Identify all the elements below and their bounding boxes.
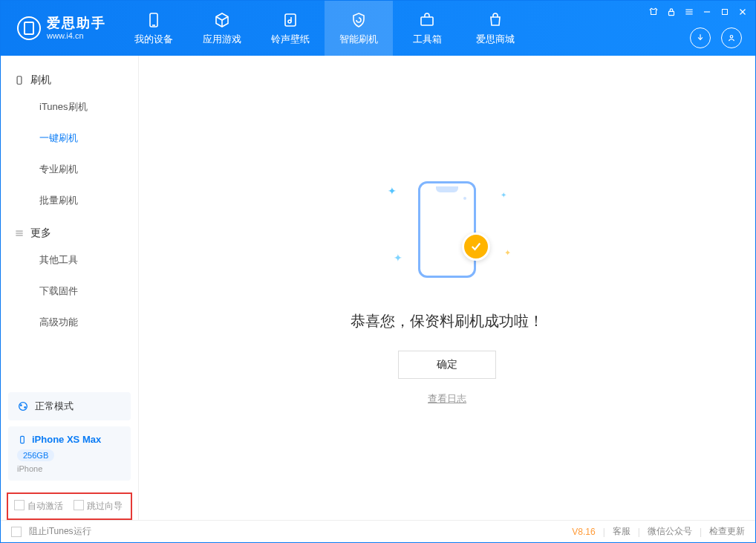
logo: 爱思助手 www.i4.cn — [1, 16, 120, 40]
svg-rect-14 — [17, 77, 22, 85]
sparkle-icon: ✦ — [394, 252, 403, 264]
svg-rect-10 — [723, 10, 728, 15]
svg-point-18 — [19, 403, 27, 411]
checkbox-auto-activate[interactable]: 自动激活 — [14, 500, 63, 513]
sidebar-item-advanced[interactable]: 高级功能 — [1, 307, 138, 338]
phone-icon — [14, 75, 25, 85]
device-info-area: 正常模式 iPhone XS Max 256GB iPhone — [1, 392, 138, 488]
svg-point-13 — [730, 36, 733, 39]
sidebar-item-oneclick-flash[interactable]: 一键刷机 — [1, 123, 138, 154]
tab-apps-games[interactable]: 应用游戏 — [188, 1, 256, 56]
tab-my-device[interactable]: 我的设备 — [120, 1, 188, 56]
block-itunes-label: 阻止iTunes运行 — [29, 525, 91, 538]
storage-badge: 256GB — [17, 449, 54, 461]
profile-button[interactable] — [721, 27, 742, 48]
svg-point-3 — [288, 20, 291, 23]
success-illustration: ✦ ✦ ✦ ✦ — [365, 170, 529, 289]
tab-toolbox[interactable]: 工具箱 — [393, 1, 461, 56]
maximize-button[interactable] — [720, 7, 730, 17]
app-subtitle: www.i4.cn — [47, 31, 106, 40]
sidebar: 刷机 iTunes刷机 一键刷机 专业刷机 批量刷机 更多 其他工具 下载固件 … — [1, 56, 139, 520]
menu-icon[interactable] — [684, 7, 694, 17]
sidebar-item-other-tools[interactable]: 其他工具 — [1, 244, 138, 276]
main-content: ✦ ✦ ✦ ✦ 恭喜您，保资料刷机成功啦！ 确定 查看日志 — [139, 56, 755, 520]
tab-label: 爱思商城 — [476, 33, 515, 46]
tab-label: 应用游戏 — [203, 33, 241, 46]
sidebar-group-flash: 刷机 — [1, 63, 138, 91]
device-icon — [144, 10, 163, 30]
group-label: 刷机 — [30, 74, 51, 87]
phone-outline-icon — [418, 181, 476, 278]
svg-rect-21 — [21, 436, 25, 443]
app-logo-icon — [17, 16, 41, 40]
sparkle-icon: ✦ — [501, 191, 506, 199]
sidebar-item-pro-flash[interactable]: 专业刷机 — [1, 154, 138, 185]
svg-rect-5 — [669, 11, 674, 15]
sidebar-item-itunes-flash[interactable]: iTunes刷机 — [1, 91, 138, 123]
tab-label: 工具箱 — [413, 33, 442, 46]
app-title: 爱思助手 — [47, 16, 106, 31]
lock-icon[interactable] — [666, 7, 677, 17]
close-button[interactable] — [737, 7, 748, 17]
tab-label: 铃声壁纸 — [271, 33, 310, 46]
music-icon — [281, 10, 300, 30]
sidebar-group-more: 更多 — [1, 216, 138, 244]
cube-icon — [212, 10, 232, 30]
svg-point-19 — [20, 404, 22, 406]
footer: 阻止iTunes运行 V8.16 | 客服 | 微信公众号 | 检查更新 — [1, 520, 755, 542]
view-log-link[interactable]: 查看日志 — [428, 392, 466, 406]
checkbox-skip-guide[interactable]: 跳过向导 — [74, 500, 123, 513]
version-label: V8.16 — [572, 527, 595, 537]
device-name: iPhone XS Max — [32, 434, 101, 445]
list-icon — [14, 228, 25, 238]
tab-ringtone-wallpaper[interactable]: 铃声壁纸 — [256, 1, 325, 56]
svg-point-20 — [24, 406, 26, 409]
success-check-icon — [462, 233, 490, 261]
checkbox-block-itunes[interactable] — [11, 527, 22, 537]
tab-label: 我的设备 — [134, 33, 173, 46]
header-right-buttons — [690, 27, 742, 48]
device-box[interactable]: iPhone XS Max 256GB iPhone — [8, 426, 131, 481]
phone-small-icon — [17, 435, 27, 445]
mode-icon — [17, 400, 29, 412]
mode-label: 正常模式 — [35, 400, 74, 413]
shield-refresh-icon — [349, 10, 368, 30]
group-label: 更多 — [30, 227, 51, 240]
download-button[interactable] — [690, 27, 711, 48]
device-type: iPhone — [17, 464, 122, 473]
header: 爱思助手 www.i4.cn 我的设备 应用游戏 铃声壁纸 智能刷机 工具箱 爱… — [1, 1, 755, 56]
top-tabs: 我的设备 应用游戏 铃声壁纸 智能刷机 工具箱 爱思商城 — [120, 1, 529, 56]
footer-support-link[interactable]: 客服 — [613, 525, 630, 538]
minimize-button[interactable] — [702, 7, 712, 17]
sidebar-item-download-firmware[interactable]: 下载固件 — [1, 276, 138, 307]
sidebar-item-batch-flash[interactable]: 批量刷机 — [1, 185, 138, 216]
mode-box[interactable]: 正常模式 — [8, 392, 131, 420]
toolbox-icon — [417, 10, 437, 30]
sparkle-icon: ✦ — [504, 248, 511, 258]
ok-button[interactable]: 确定 — [398, 351, 496, 379]
tab-store[interactable]: 爱思商城 — [461, 1, 529, 56]
success-message: 恭喜您，保资料刷机成功啦！ — [351, 311, 544, 331]
tab-label: 智能刷机 — [339, 33, 378, 46]
svg-rect-4 — [421, 17, 433, 25]
bag-icon — [486, 10, 505, 30]
highlighted-options-row: 自动激活 跳过向导 — [7, 492, 132, 520]
footer-update-link[interactable]: 检查更新 — [709, 525, 745, 538]
window-controls — [648, 7, 748, 17]
tab-smart-flash[interactable]: 智能刷机 — [325, 1, 393, 56]
tshirt-icon[interactable] — [648, 7, 659, 17]
footer-wechat-link[interactable]: 微信公众号 — [648, 525, 692, 538]
sparkle-icon: ✦ — [388, 185, 397, 197]
